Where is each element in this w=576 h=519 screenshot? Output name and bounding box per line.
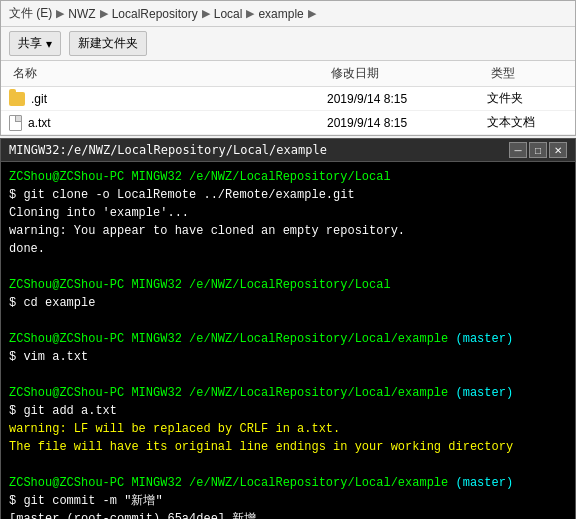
branch-name: (master) [455, 474, 513, 492]
breadcrumb-local[interactable]: Local [214, 7, 243, 21]
terminal-line: $ vim a.txt [9, 348, 567, 366]
terminal-line [9, 258, 567, 276]
new-folder-button[interactable]: 新建文件夹 [69, 31, 147, 56]
file-icon [9, 115, 22, 131]
warning-text: The file will have its original line end… [9, 438, 513, 456]
breadcrumb-drive[interactable]: 文件 (E) [9, 5, 52, 22]
terminal-title-bar: MINGW32:/e/NWZ/LocalRepository/Local/exa… [1, 139, 575, 162]
warning-text: warning: LF will be replaced by CRLF in … [9, 420, 340, 438]
terminal-line: warning: You appear to have cloned an em… [9, 222, 567, 240]
terminal-line: The file will have its original line end… [9, 438, 567, 456]
terminal-line: $ cd example [9, 294, 567, 312]
sep3: ▶ [202, 7, 210, 20]
terminal-line: Cloning into 'example'... [9, 204, 567, 222]
file-list-header: 名称 修改日期 类型 [1, 61, 575, 87]
col-type[interactable]: 类型 [487, 63, 567, 84]
file-name-cell-git: .git [9, 92, 327, 106]
terminal-line: $ git clone -o LocalRemote ../Remote/exa… [9, 186, 567, 204]
cmd-text: $ git commit -m "新增" [9, 492, 163, 510]
branch-name: (master) [455, 384, 513, 402]
breadcrumb-local-repo[interactable]: LocalRepository [112, 7, 198, 21]
breadcrumb-example[interactable]: example [258, 7, 303, 21]
share-button[interactable]: 共享 ▾ [9, 31, 61, 56]
table-row[interactable]: .git 2019/9/14 8:15 文件夹 [1, 87, 575, 111]
minimize-button[interactable]: ─ [509, 142, 527, 158]
terminal-body[interactable]: ZCShou@ZCShou-PC MINGW32 /e/NWZ/LocalRep… [1, 162, 575, 519]
cmd-text: $ git clone -o LocalRemote ../Remote/exa… [9, 186, 355, 204]
terminal-line: ZCShou@ZCShou-PC MINGW32 /e/NWZ/LocalRep… [9, 276, 567, 294]
col-date[interactable]: 修改日期 [327, 63, 487, 84]
share-label: 共享 [18, 35, 42, 52]
sep2: ▶ [100, 7, 108, 20]
terminal-line: [master (root-commit) 65a4dee] 新增 [9, 510, 567, 519]
terminal-title: MINGW32:/e/NWZ/LocalRepository/Local/exa… [9, 143, 327, 157]
terminal-line: ZCShou@ZCShou-PC MINGW32 /e/NWZ/LocalRep… [9, 384, 567, 402]
prompt-user: ZCShou@ZCShou-PC MINGW32 /e/NWZ/LocalRep… [9, 330, 455, 348]
sep4: ▶ [246, 7, 254, 20]
prompt-user: ZCShou@ZCShou-PC MINGW32 /e/NWZ/LocalRep… [9, 168, 391, 186]
terminal-line: ZCShou@ZCShou-PC MINGW32 /e/NWZ/LocalRep… [9, 474, 567, 492]
toolbar: 共享 ▾ 新建文件夹 [1, 27, 575, 61]
terminal-line: $ git add a.txt [9, 402, 567, 420]
terminal-line: ZCShou@ZCShou-PC MINGW32 /e/NWZ/LocalRep… [9, 168, 567, 186]
terminal-line: warning: LF will be replaced by CRLF in … [9, 420, 567, 438]
terminal-window: MINGW32:/e/NWZ/LocalRepository/Local/exa… [0, 138, 576, 519]
folder-icon [9, 92, 25, 106]
breadcrumb[interactable]: 文件 (E) ▶ NWZ ▶ LocalRepository ▶ Local ▶… [1, 1, 575, 27]
file-date-txt: 2019/9/14 8:15 [327, 116, 487, 130]
table-row[interactable]: a.txt 2019/9/14 8:15 文本文档 [1, 111, 575, 135]
share-arrow-icon: ▾ [46, 37, 52, 51]
terminal-line [9, 456, 567, 474]
prompt-user: ZCShou@ZCShou-PC MINGW32 /e/NWZ/LocalRep… [9, 276, 391, 294]
col-name[interactable]: 名称 [9, 63, 327, 84]
sep1: ▶ [56, 7, 64, 20]
terminal-line: done. [9, 240, 567, 258]
terminal-line: ZCShou@ZCShou-PC MINGW32 /e/NWZ/LocalRep… [9, 330, 567, 348]
file-list: .git 2019/9/14 8:15 文件夹 a.txt 2019/9/14 … [1, 87, 575, 135]
output-text: [master (root-commit) 65a4dee] 新增 [9, 510, 256, 519]
terminal-line [9, 312, 567, 330]
branch-name: (master) [455, 330, 513, 348]
file-name-cell-txt: a.txt [9, 115, 327, 131]
file-type-txt: 文本文档 [487, 114, 567, 131]
close-button[interactable]: ✕ [549, 142, 567, 158]
file-name-txt: a.txt [28, 116, 51, 130]
output-text: done. [9, 240, 45, 258]
output-text: Cloning into 'example'... [9, 204, 189, 222]
breadcrumb-nwz[interactable]: NWZ [68, 7, 95, 21]
file-date-git: 2019/9/14 8:15 [327, 92, 487, 106]
file-explorer: 文件 (E) ▶ NWZ ▶ LocalRepository ▶ Local ▶… [0, 0, 576, 136]
terminal-line [9, 366, 567, 384]
new-folder-label: 新建文件夹 [78, 35, 138, 52]
cmd-text: $ vim a.txt [9, 348, 88, 366]
file-name-git: .git [31, 92, 47, 106]
prompt-user: ZCShou@ZCShou-PC MINGW32 /e/NWZ/LocalRep… [9, 474, 455, 492]
window-controls: ─ □ ✕ [509, 142, 567, 158]
cmd-text: $ cd example [9, 294, 95, 312]
prompt-user: ZCShou@ZCShou-PC MINGW32 /e/NWZ/LocalRep… [9, 384, 455, 402]
file-type-git: 文件夹 [487, 90, 567, 107]
maximize-button[interactable]: □ [529, 142, 547, 158]
cmd-text: $ git add a.txt [9, 402, 117, 420]
terminal-line: $ git commit -m "新增" [9, 492, 567, 510]
output-text: warning: You appear to have cloned an em… [9, 222, 405, 240]
sep5: ▶ [308, 7, 316, 20]
